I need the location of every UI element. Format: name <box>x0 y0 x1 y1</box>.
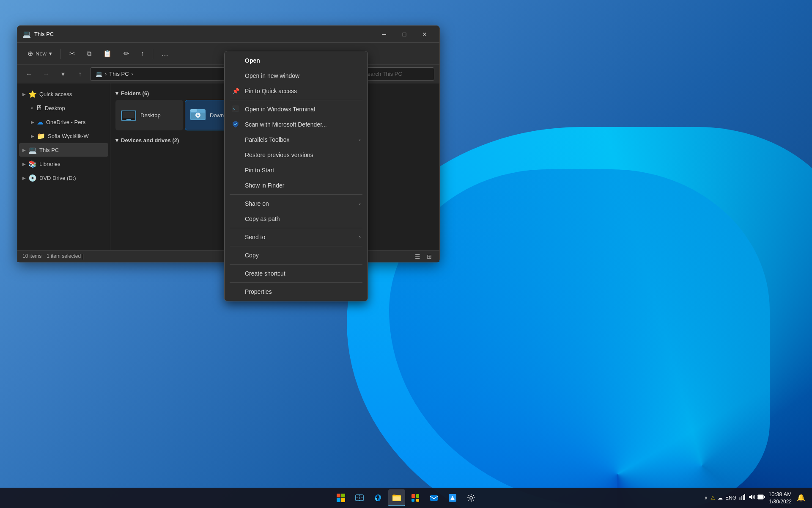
mail-button[interactable] <box>425 489 442 506</box>
recent-locations-button[interactable]: ▾ <box>56 67 70 81</box>
context-menu: Open Open in new window 📌 Pin to Quick a… <box>224 51 368 301</box>
sidebar-item-quick-access[interactable]: ▶ ⭐ Quick access <box>19 87 108 101</box>
sidebar-item-libraries[interactable]: ▶ 📚 Libraries <box>19 157 108 171</box>
taskbar: ∧ ⚠ ☁ ENG <box>0 488 812 508</box>
store-button[interactable] <box>407 489 424 506</box>
sidebar-item-dvd[interactable]: ▶ 💿 DVD Drive (D:) <box>19 171 108 185</box>
ctx-parallels[interactable]: Parallels Toolbox › <box>226 132 366 147</box>
ctx-copy-path[interactable]: Copy as path <box>226 211 366 226</box>
svg-text:>_: >_ <box>233 107 238 111</box>
ctx-share-on[interactable]: Share on › <box>226 196 366 211</box>
sidebar-item-sofia[interactable]: ▶ 📁 Sofia Wyciślik-W <box>19 129 108 143</box>
svg-rect-26 <box>416 494 419 498</box>
folders-chevron: ▾ <box>115 90 118 97</box>
share-button[interactable]: ↑ <box>136 46 149 61</box>
downloads-folder-icon <box>190 106 206 124</box>
ctx-share-label: Share on <box>245 200 269 207</box>
address-separator-1: › <box>105 71 107 77</box>
edge-button[interactable] <box>370 489 387 506</box>
sidebar-item-desktop[interactable]: ▾ 🖥 Desktop <box>19 101 108 115</box>
ctx-scan-defender[interactable]: Scan with Microsoft Defender... <box>226 117 366 132</box>
up-button[interactable]: ↑ <box>73 67 87 81</box>
minimize-button[interactable]: ─ <box>374 28 394 41</box>
ctx-copy-label: Copy <box>245 252 259 259</box>
ctx-show-finder[interactable]: Show in Finder <box>226 178 366 193</box>
folders-section-label: Folders (6) <box>121 90 149 97</box>
ctx-pin-quick[interactable]: 📌 Pin to Quick access <box>226 83 366 99</box>
tray-lang[interactable]: ENG <box>725 495 736 501</box>
onedrive-chevron: ▶ <box>31 120 34 124</box>
ctx-send-to[interactable]: Send to › <box>226 229 366 245</box>
network-icon[interactable] <box>739 494 746 502</box>
more-button[interactable]: … <box>156 46 173 61</box>
status-left: 10 items 1 item selected <box>22 253 83 259</box>
ctx-defender-label: Scan with Microsoft Defender... <box>245 121 327 128</box>
svg-rect-5 <box>125 120 132 120</box>
start-button[interactable] <box>332 489 349 506</box>
grid-view-button[interactable]: ⊞ <box>424 252 434 261</box>
ctx-restore[interactable]: Restore previous versions <box>226 147 366 163</box>
svg-rect-3 <box>123 112 134 118</box>
folder-item-desktop[interactable]: Desktop <box>115 100 183 130</box>
rename-icon: ✏ <box>123 50 129 58</box>
ctx-pin-start[interactable]: Pin to Start <box>226 163 366 178</box>
address-pc-icon: 💻 <box>96 71 102 77</box>
ctx-open-terminal[interactable]: >_ Open in Windows Terminal <box>226 102 366 117</box>
cut-button[interactable]: ✂ <box>64 46 80 61</box>
svg-rect-35 <box>744 494 745 500</box>
maximize-button[interactable]: □ <box>395 28 414 41</box>
ctx-separator-4 <box>230 246 362 246</box>
svg-rect-33 <box>741 496 742 500</box>
drives-section-label: Devices and drives (2) <box>121 137 179 144</box>
battery-icon[interactable] <box>757 494 765 501</box>
list-view-button[interactable]: ☰ <box>412 252 422 261</box>
svg-rect-39 <box>764 496 765 498</box>
forward-button[interactable]: → <box>39 67 53 81</box>
rename-button[interactable]: ✏ <box>118 46 134 61</box>
ctx-open[interactable]: Open <box>226 53 366 68</box>
sidebar-item-this-pc[interactable]: ▶ 💻 This PC <box>19 143 108 157</box>
clock-date: 1/30/2022 <box>768 498 792 505</box>
paste-button[interactable]: 📋 <box>98 46 117 61</box>
tray-cloud-icon[interactable]: ☁ <box>718 495 723 501</box>
desktop-label: Desktop <box>45 105 65 111</box>
sofia-label: Sofia Wyciślik-W <box>48 133 89 139</box>
libraries-chevron: ▶ <box>22 162 26 166</box>
ctx-pin-quick-icon: 📌 <box>231 88 240 94</box>
sidebar-item-onedrive[interactable]: ▶ ☁ OneDrive - Pers <box>19 115 108 129</box>
snipping-tool-button[interactable] <box>351 489 368 506</box>
svg-rect-38 <box>758 495 763 499</box>
ctx-properties[interactable]: Properties <box>226 284 366 299</box>
status-right: ☰ ⊞ <box>412 252 434 261</box>
address-separator-2: › <box>132 71 133 77</box>
title-bar-left: 💻 This PC <box>22 30 54 38</box>
tray-chevron[interactable]: ∧ <box>704 495 708 501</box>
new-button[interactable]: ⊕ New ▾ <box>22 46 57 61</box>
ctx-send-to-arrow: › <box>359 234 361 240</box>
dvd-icon: 💿 <box>28 174 37 182</box>
copy-button[interactable]: ⧉ <box>82 46 96 61</box>
settings-button[interactable] <box>463 489 480 506</box>
notification-button[interactable]: 🔔 <box>795 494 807 502</box>
toolbar-separator-1 <box>60 49 61 59</box>
this-pc-label: This PC <box>39 147 59 153</box>
app1-button[interactable] <box>444 489 461 506</box>
ctx-open-new-window[interactable]: Open in new window <box>226 68 366 83</box>
back-button[interactable]: ← <box>22 67 36 81</box>
window-app-icon: 💻 <box>22 30 31 38</box>
volume-icon[interactable] <box>748 494 755 502</box>
clock-time: 10:38 AM <box>768 491 792 498</box>
ctx-properties-label: Properties <box>245 288 272 295</box>
tray-warning-icon: ⚠ <box>710 495 715 501</box>
svg-rect-32 <box>739 497 741 500</box>
svg-point-31 <box>470 497 472 499</box>
file-explorer-button[interactable] <box>388 489 405 506</box>
ctx-terminal-icon: >_ <box>231 105 240 113</box>
libraries-icon: 📚 <box>28 160 37 168</box>
quick-access-chevron: ▶ <box>22 92 26 97</box>
ctx-create-shortcut[interactable]: Create shortcut <box>226 266 366 281</box>
time-date-display[interactable]: 10:38 AM 1/30/2022 <box>768 491 792 505</box>
close-button[interactable]: ✕ <box>415 28 434 41</box>
desktop-icon: 🖥 <box>36 104 42 112</box>
ctx-copy[interactable]: Copy <box>226 248 366 263</box>
